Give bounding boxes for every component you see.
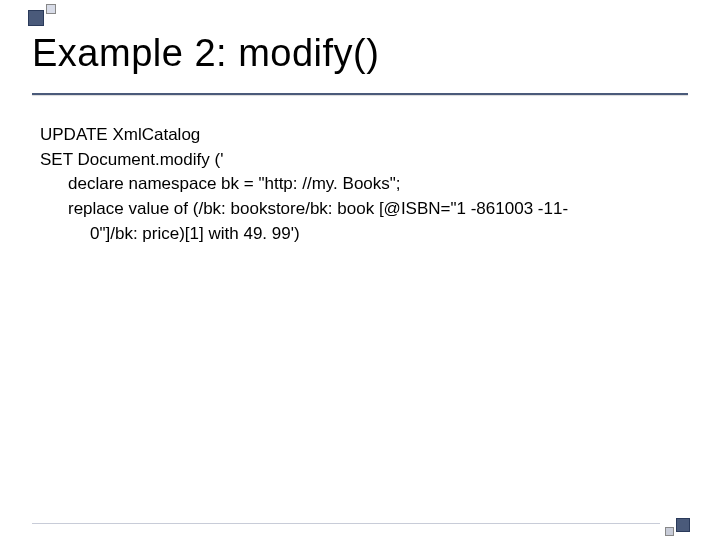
header-decoration [28, 10, 58, 26]
footer-line [32, 523, 660, 524]
code-line-5: 0"]/bk: price)[1] with 49. 99') [40, 222, 680, 247]
code-line-1: UPDATE XmlCatalog [40, 123, 680, 148]
decoration-square-gray [665, 527, 674, 536]
code-line-4: replace value of (/bk: bookstore/bk: boo… [40, 197, 680, 222]
slide-content: UPDATE XmlCatalog SET Document.modify ('… [0, 95, 720, 246]
decoration-square-dark-footer [676, 518, 690, 532]
decoration-square-dark [28, 10, 44, 26]
code-line-3: declare namespace bk = "http: //my. Book… [40, 172, 680, 197]
footer-decoration [665, 518, 692, 532]
decoration-square-light [46, 4, 56, 14]
slide-container: Example 2: modify() UPDATE XmlCatalog SE… [0, 0, 720, 540]
title-block: Example 2: modify() [0, 0, 720, 93]
code-line-2: SET Document.modify (' [40, 148, 680, 173]
slide-title: Example 2: modify() [32, 32, 688, 75]
